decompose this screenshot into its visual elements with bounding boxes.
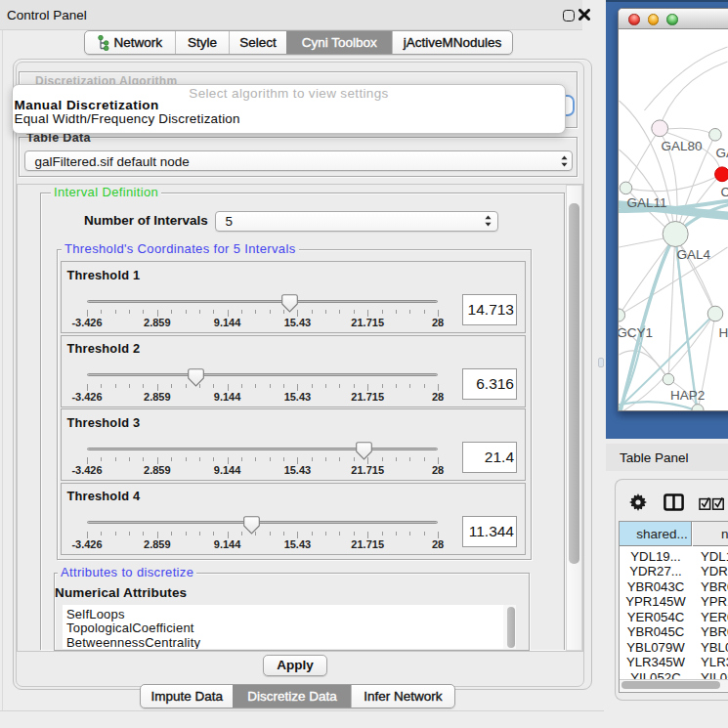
svg-text:GAL11: GAL11 [627,195,667,210]
svg-text:C: C [721,185,728,199]
svg-text:GA: GA [716,146,728,160]
svg-text:HAP2: HAP2 [670,388,705,403]
svg-text:GCY1: GCY1 [619,325,653,340]
svg-text:GAL4: GAL4 [677,247,711,262]
svg-text:H: H [719,325,728,340]
svg-text:GAL80: GAL80 [662,139,703,153]
